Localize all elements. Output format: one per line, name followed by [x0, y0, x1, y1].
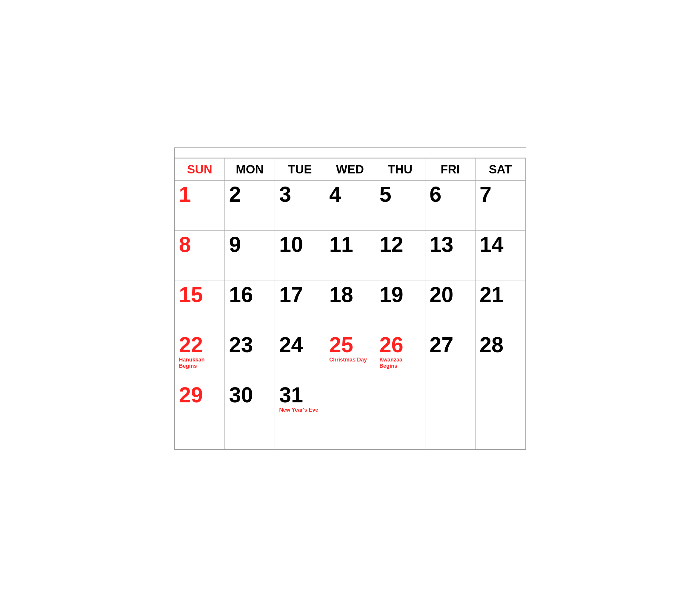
- calendar-cell-30: 30: [225, 381, 275, 431]
- calendar-cell-24: 24: [275, 331, 325, 381]
- calendar-cell-2: 2: [225, 180, 275, 230]
- calendar-cell-31: 31New Year's Eve: [275, 381, 325, 431]
- day-header-wed: WED: [325, 158, 375, 180]
- empty-cell: [175, 431, 225, 449]
- calendar-cell-11: 11: [325, 230, 375, 280]
- day-number: 7: [480, 183, 521, 205]
- calendar-cell-17: 17: [275, 280, 325, 331]
- day-number: 21: [480, 284, 521, 305]
- empty-cell: [375, 431, 425, 449]
- calendar-cell-12: 12: [375, 230, 425, 280]
- day-number: 29: [179, 384, 221, 406]
- day-number: 31: [279, 384, 321, 406]
- calendar-cell-5: 5: [375, 180, 425, 230]
- calendar-cell-14: 14: [475, 230, 525, 280]
- calendar-week-5: 293031New Year's Eve: [175, 381, 525, 431]
- empty-cell: [225, 431, 275, 449]
- calendar-cell-19: 19: [375, 280, 425, 331]
- day-number: 5: [379, 183, 421, 205]
- day-number: 9: [229, 234, 271, 255]
- day-number: 3: [279, 183, 321, 205]
- day-number: 16: [229, 284, 271, 305]
- day-number: 12: [379, 234, 421, 255]
- day-number: 23: [229, 334, 271, 355]
- calendar-cell-empty: [425, 381, 475, 431]
- calendar-week-1: 1234567: [175, 180, 525, 230]
- calendar-cell-22: 22Hanukkah Begins: [175, 331, 225, 381]
- calendar-title: [175, 148, 526, 158]
- day-number: 27: [429, 334, 471, 355]
- calendar-cell-29: 29: [175, 381, 225, 431]
- calendar-cell-8: 8: [175, 230, 225, 280]
- day-number: 26: [379, 334, 421, 355]
- event-label: Hanukkah Begins: [179, 357, 221, 370]
- day-headers-row: SUNMONTUEWEDTHUFRISAT: [175, 158, 525, 180]
- empty-cell: [475, 431, 525, 449]
- day-number: 17: [279, 284, 321, 305]
- calendar-cell-16: 16: [225, 280, 275, 331]
- day-number: 22: [179, 334, 221, 355]
- day-number: 20: [429, 284, 471, 305]
- day-header-thu: THU: [375, 158, 425, 180]
- calendar-cell-empty: [475, 381, 525, 431]
- day-number: 25: [329, 334, 371, 355]
- calendar-cell-4: 4: [325, 180, 375, 230]
- calendar-cell-21: 21: [475, 280, 525, 331]
- calendar-cell-empty: [375, 381, 425, 431]
- day-number: 30: [229, 384, 271, 406]
- calendar-cell-10: 10: [275, 230, 325, 280]
- calendar-week-2: 891011121314: [175, 230, 525, 280]
- day-number: 10: [279, 234, 321, 255]
- day-header-mon: MON: [225, 158, 275, 180]
- day-number: 24: [279, 334, 321, 355]
- day-header-tue: TUE: [275, 158, 325, 180]
- calendar-cell-28: 28: [475, 331, 525, 381]
- day-number: 11: [329, 234, 371, 255]
- day-number: 1: [179, 183, 221, 205]
- calendar-cell-27: 27: [425, 331, 475, 381]
- day-header-fri: FRI: [425, 158, 475, 180]
- day-number: 28: [480, 334, 521, 355]
- calendar-cell-3: 3: [275, 180, 325, 230]
- event-label: New Year's Eve: [279, 407, 321, 414]
- empty-cell: [275, 431, 325, 449]
- calendar-cell-15: 15: [175, 280, 225, 331]
- day-number: 13: [429, 234, 471, 255]
- day-number: 15: [179, 284, 221, 305]
- calendar-container: SUNMONTUEWEDTHUFRISAT 123456789101112131…: [174, 147, 526, 450]
- calendar-grid: SUNMONTUEWEDTHUFRISAT 123456789101112131…: [175, 158, 526, 449]
- day-number: 19: [379, 284, 421, 305]
- day-number: 18: [329, 284, 371, 305]
- calendar-cell-18: 18: [325, 280, 375, 331]
- day-header-sat: SAT: [475, 158, 525, 180]
- empty-cell: [325, 431, 375, 449]
- day-number: 2: [229, 183, 271, 205]
- calendar-cell-1: 1: [175, 180, 225, 230]
- calendar-cell-9: 9: [225, 230, 275, 280]
- empty-cell: [425, 431, 475, 449]
- calendar-cell-20: 20: [425, 280, 475, 331]
- calendar-cell-26: 26Kwanzaa Begins: [375, 331, 425, 381]
- calendar-body: 12345678910111213141516171819202122Hanuk…: [175, 180, 525, 449]
- day-number: 14: [480, 234, 521, 255]
- calendar-cell-23: 23: [225, 331, 275, 381]
- day-number: 6: [429, 183, 471, 205]
- calendar-cell-6: 6: [425, 180, 475, 230]
- calendar-cell-7: 7: [475, 180, 525, 230]
- calendar-cell-25: 25Christmas Day: [325, 331, 375, 381]
- calendar-week-3: 15161718192021: [175, 280, 525, 331]
- calendar-week-4: 22Hanukkah Begins232425Christmas Day26Kw…: [175, 331, 525, 381]
- event-label: Kwanzaa Begins: [379, 357, 421, 370]
- day-header-sun: SUN: [175, 158, 225, 180]
- event-label: Christmas Day: [329, 357, 371, 363]
- day-number: 8: [179, 234, 221, 255]
- calendar-bottom-row: [175, 431, 525, 449]
- calendar-cell-13: 13: [425, 230, 475, 280]
- day-number: 4: [329, 183, 371, 205]
- calendar-cell-empty: [325, 381, 375, 431]
